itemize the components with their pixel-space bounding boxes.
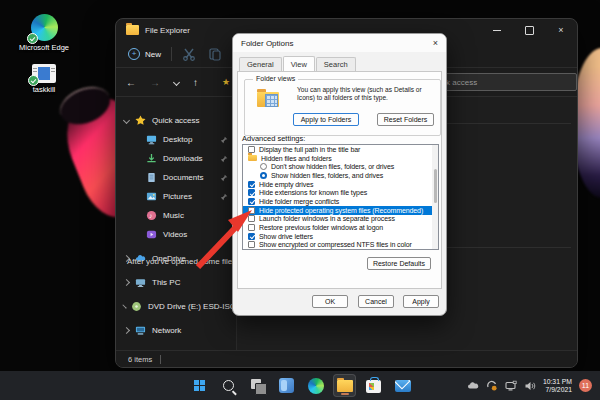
advanced-row[interactable]: Display the full path in the title bar — [243, 145, 438, 154]
star-icon — [135, 115, 146, 126]
check-badge-icon — [27, 33, 38, 44]
edge-logo-icon — [31, 14, 58, 41]
dvd-drive-icon — [131, 301, 142, 312]
edge-icon — [308, 378, 324, 394]
sidebar-item-label: Network — [152, 326, 181, 335]
quick-access-breadcrumb-icon[interactable]: ★ — [222, 77, 230, 87]
downloads-icon — [146, 153, 157, 164]
sidebar-item-label: Pictures — [163, 192, 192, 201]
expand-chevron-icon[interactable] — [123, 327, 130, 334]
taskbar-search-button[interactable] — [217, 374, 240, 397]
back-button[interactable]: ← — [126, 77, 136, 88]
close-button[interactable]: × — [545, 19, 577, 41]
forward-button[interactable]: → — [150, 77, 160, 88]
documents-icon — [146, 172, 157, 183]
taskbar-file-explorer-button[interactable] — [333, 374, 356, 397]
toolbar-divider — [171, 47, 172, 61]
notification-count-badge[interactable]: 11 — [579, 379, 592, 392]
checkbox[interactable] — [248, 146, 255, 153]
advanced-row[interactable]: Hide extensions for known file types — [243, 188, 438, 197]
explorer-status-bar: 6 items — [116, 350, 577, 367]
minimize-button[interactable] — [481, 19, 513, 41]
advanced-settings-list[interactable]: Display the full path in the title bar H… — [242, 144, 439, 250]
sidebar-item-documents[interactable]: Documents — [116, 168, 236, 187]
sidebar-item-dvd-drive[interactable]: DVD Drive (E:) ESD-ISO — [116, 297, 236, 316]
expand-chevron-icon[interactable] — [122, 304, 126, 308]
up-button[interactable]: ↑ — [193, 77, 198, 88]
advanced-label: Show encrypted or compressed NTFS files … — [259, 241, 412, 248]
taskbar: 10:31 PM 7/9/2021 11 — [0, 371, 600, 400]
desktop: Microsoft Edge taskkill File Explorer × … — [0, 0, 600, 400]
task-view-button[interactable] — [246, 374, 269, 397]
maximize-button[interactable] — [513, 19, 545, 41]
ok-button[interactable]: OK — [312, 295, 348, 308]
advanced-row[interactable]: Show encrypted or compressed NTFS files … — [243, 241, 438, 250]
cancel-button[interactable]: Cancel — [358, 295, 394, 308]
advanced-label: Show hidden files, folders, and drives — [271, 172, 383, 179]
radio-button[interactable] — [260, 172, 267, 179]
sidebar-item-network[interactable]: Network — [116, 321, 236, 340]
taskbar-mail-button[interactable] — [391, 374, 414, 397]
sidebar-item-quick-access[interactable]: Quick access — [116, 111, 236, 130]
desktop-icon-taskkill[interactable]: taskkill — [13, 64, 75, 95]
volume-tray-icon[interactable] — [524, 380, 536, 392]
clock-time: 10:31 PM — [543, 378, 572, 386]
advanced-label: Hide protected operating system files (R… — [259, 207, 423, 214]
advanced-row[interactable]: Hidden files and folders — [243, 154, 438, 163]
tab-view[interactable]: View — [283, 56, 315, 72]
advanced-row[interactable]: Hide empty drives — [243, 180, 438, 189]
advanced-label: Show drive letters — [259, 233, 313, 240]
copy-icon[interactable] — [208, 47, 222, 61]
apply-to-folders-button[interactable]: Apply to Folders — [293, 113, 359, 126]
sidebar-item-label: Downloads — [163, 154, 203, 163]
sync-alert-tray-icon[interactable] — [486, 380, 498, 392]
advanced-label: Restore previous folder windows at logon — [259, 224, 383, 231]
checkbox[interactable] — [248, 189, 255, 196]
dialog-title-bar[interactable]: Folder Options × — [233, 34, 446, 52]
advanced-label: Hide folder merge conflicts — [259, 198, 339, 205]
network-icon — [135, 325, 146, 336]
onedrive-tray-icon[interactable] — [467, 380, 479, 392]
start-button[interactable] — [188, 374, 211, 397]
advanced-label: Hidden files and folders — [261, 155, 332, 162]
widgets-button[interactable] — [275, 374, 298, 397]
desktop-icon-edge[interactable]: Microsoft Edge — [13, 14, 75, 53]
sidebar-item-downloads[interactable]: Downloads — [116, 149, 236, 168]
apply-button[interactable]: Apply — [403, 295, 439, 308]
advanced-label: Hide empty drives — [259, 181, 313, 188]
radio-button[interactable] — [260, 163, 267, 170]
advanced-row-hide-protected[interactable]: Hide protected operating system files (R… — [243, 206, 438, 215]
search-icon — [223, 380, 234, 391]
taskbar-edge-button[interactable] — [304, 374, 327, 397]
history-chevron-icon[interactable] — [173, 78, 180, 85]
advanced-settings-label: Advanced settings: — [242, 134, 305, 143]
reset-folders-button[interactable]: Reset Folders — [377, 113, 434, 126]
cut-icon[interactable] — [182, 47, 196, 61]
checkbox[interactable] — [248, 181, 255, 188]
network-tray-icon[interactable] — [505, 380, 517, 392]
taskbar-clock[interactable]: 10:31 PM 7/9/2021 — [543, 378, 572, 394]
folder-options-dialog: Folder Options × General View Search Fol… — [232, 33, 447, 316]
item-count: 6 items — [128, 355, 152, 364]
advanced-row[interactable]: Show drive letters — [243, 232, 438, 241]
advanced-row[interactable]: Show hidden files, folders, and drives — [243, 171, 438, 180]
expand-chevron-icon[interactable] — [123, 279, 130, 286]
this-pc-icon — [135, 277, 146, 288]
restore-defaults-button[interactable]: Restore Defaults — [367, 257, 431, 270]
windows-logo-icon — [194, 380, 206, 392]
taskbar-store-button[interactable] — [362, 374, 385, 397]
advanced-row[interactable]: Don't show hidden files, folders, or dri… — [243, 162, 438, 171]
sidebar-item-desktop[interactable]: Desktop — [116, 130, 236, 149]
file-explorer-icon — [337, 380, 353, 392]
dialog-close-icon[interactable]: × — [433, 38, 438, 48]
advanced-row[interactable]: Restore previous folder windows at logon — [243, 223, 438, 232]
new-button[interactable]: + New — [128, 48, 161, 60]
list-scrollbar[interactable] — [432, 145, 438, 249]
scrollbar-thumb[interactable] — [434, 169, 437, 203]
pin-icon — [220, 155, 228, 163]
advanced-row[interactable]: Launch folder windows in a separate proc… — [243, 215, 438, 224]
expand-chevron-icon[interactable] — [123, 117, 130, 124]
advanced-row[interactable]: Hide folder merge conflicts — [243, 197, 438, 206]
pin-icon — [220, 136, 228, 144]
folder-icon — [248, 155, 257, 161]
